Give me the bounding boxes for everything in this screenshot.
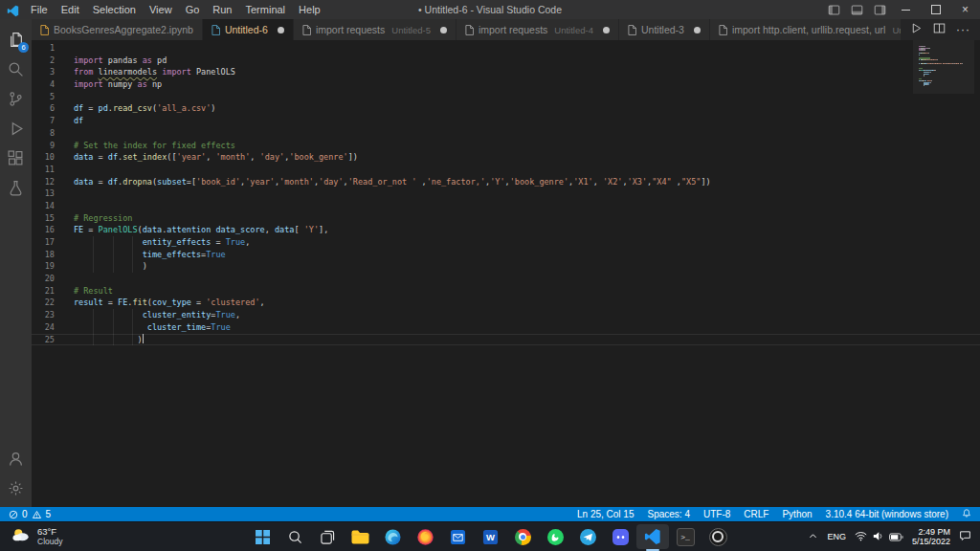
line-number: 4: [32, 78, 55, 91]
taskbar-app-telegram[interactable]: [571, 524, 604, 549]
code-line[interactable]: 4import numpy as np: [32, 78, 980, 91]
toggle-secondary-sidebar-icon[interactable]: [868, 0, 891, 19]
menu-run[interactable]: Run: [206, 0, 238, 19]
code-line[interactable]: 22result = FE.fit(cov_type = 'clustered'…: [32, 297, 980, 309]
code-line[interactable]: 20: [32, 273, 980, 285]
code-line[interactable]: 2import pandas as pd: [32, 55, 980, 67]
code-line[interactable]: 3from linearmodels import PanelOLS: [32, 66, 980, 78]
input-language-indicator[interactable]: ENG: [827, 532, 846, 541]
warnings-icon: [32, 510, 42, 519]
search-icon[interactable]: [0, 55, 32, 84]
modified-indicator[interactable]: [694, 27, 701, 33]
menu-view[interactable]: View: [143, 0, 179, 19]
menu-help[interactable]: Help: [292, 0, 327, 19]
menu-terminal[interactable]: Terminal: [239, 0, 293, 19]
minimap[interactable]: [919, 44, 967, 87]
run-python-file-icon[interactable]: [910, 21, 923, 38]
code-line[interactable]: 25 ): [32, 334, 980, 346]
code-line[interactable]: 12data = df.dropna(subset=['book_id','ye…: [32, 176, 980, 188]
taskbar-clock[interactable]: 2:49 PM 5/15/2022: [912, 527, 950, 546]
menu-edit[interactable]: Edit: [55, 0, 86, 19]
taskbar-app-chrome[interactable]: [506, 524, 539, 549]
code-line[interactable]: 11: [32, 164, 980, 176]
testing-icon[interactable]: [0, 173, 32, 203]
minimize-button[interactable]: [891, 0, 921, 19]
wifi-icon[interactable]: [855, 528, 867, 545]
status-language-mode[interactable]: Python: [782, 509, 812, 519]
notifications-bell-icon[interactable]: [962, 508, 971, 520]
task-view-icon[interactable]: [311, 524, 344, 549]
taskbar-app-firefox[interactable]: [409, 524, 441, 549]
tab-untitled-4[interactable]: import requestsUntitled-4: [457, 19, 619, 40]
taskbar-app-vscode[interactable]: [636, 524, 669, 549]
code-line[interactable]: 9# Set the index for fixed effects: [32, 140, 980, 152]
code-line[interactable]: 7df: [32, 115, 980, 127]
code-line[interactable]: 1: [32, 42, 980, 55]
split-editor-icon[interactable]: [933, 21, 946, 38]
run-debug-icon[interactable]: [0, 114, 32, 143]
status-encoding[interactable]: UTF-8: [703, 509, 730, 519]
account-icon[interactable]: [0, 444, 32, 474]
tab-untitled-6[interactable]: Untitled-6: [203, 19, 294, 40]
code-line[interactable]: 14: [32, 200, 980, 212]
maximize-button[interactable]: [921, 0, 950, 19]
modified-indicator[interactable]: [278, 27, 284, 33]
notification-center-icon[interactable]: [959, 528, 971, 545]
toggle-panel-icon[interactable]: [845, 0, 868, 19]
taskbar-app-edge[interactable]: [376, 524, 409, 549]
tab-description: Untitled-5: [391, 25, 431, 35]
tab-untitled-2[interactable]: import http.client, urllib.request, urlU…: [710, 19, 901, 40]
code-line[interactable]: 19 ): [32, 260, 980, 273]
code-line[interactable]: 10data = df.set_index(['year', 'month', …: [32, 151, 980, 164]
problems-indicator[interactable]: 0 5: [9, 509, 51, 519]
taskbar-app-mail[interactable]: [441, 524, 474, 549]
taskbar-app-word[interactable]: W: [474, 524, 506, 549]
taskbar-app-terminal[interactable]: >_: [669, 524, 702, 549]
menu-file[interactable]: File: [24, 0, 55, 19]
taskbar-app-file-explorer[interactable]: [344, 524, 376, 549]
code-line[interactable]: 13: [32, 187, 980, 200]
code-line[interactable]: 24 cluster_time=True: [32, 321, 980, 334]
modified-indicator[interactable]: [603, 27, 610, 33]
taskbar-app-discord[interactable]: [604, 524, 636, 549]
more-actions-icon[interactable]: ···: [956, 25, 970, 34]
code-line[interactable]: 15# Regression: [32, 212, 980, 225]
status-cursor-position[interactable]: Ln 25, Col 15: [577, 509, 635, 519]
code-line[interactable]: 18 time_effects=True: [32, 249, 980, 261]
code-line[interactable]: 5: [32, 91, 980, 103]
battery-icon[interactable]: [889, 528, 903, 545]
tab-booksgenresaggregate2-ipynb[interactable]: BooksGenresAggregate2.ipynb: [32, 19, 203, 40]
tab-untitled-5[interactable]: import requestsUntitled-5: [294, 19, 457, 40]
indent-guide: [132, 321, 133, 334]
status-python-interpreter[interactable]: 3.10.4 64-bit (windows store): [826, 509, 948, 519]
code-line[interactable]: 8: [32, 127, 980, 140]
taskbar-app-obs[interactable]: [702, 524, 734, 549]
status-eol[interactable]: CRLF: [744, 509, 768, 519]
code-line[interactable]: 21# Result: [32, 285, 980, 298]
toggle-sidebar-icon[interactable]: [822, 0, 845, 19]
close-button[interactable]: ×: [950, 0, 980, 19]
code-line[interactable]: 16FE = PanelOLS(data.attention data_scor…: [32, 224, 980, 236]
status-indentation[interactable]: Spaces: 4: [648, 509, 690, 519]
code-line[interactable]: 23 cluster_entity=True,: [32, 309, 980, 321]
taskbar-search-icon[interactable]: [278, 524, 311, 549]
modified-indicator[interactable]: [440, 27, 447, 33]
menu-go[interactable]: Go: [179, 0, 207, 19]
taskbar-app-whatsapp[interactable]: [539, 524, 571, 549]
explorer-icon[interactable]: 6: [0, 25, 32, 55]
start-button[interactable]: [246, 524, 278, 549]
code-line[interactable]: 6df = pd.read_csv('all_a.csv'): [32, 102, 980, 115]
line-number: 21: [32, 285, 55, 298]
tab-untitled-3[interactable]: Untitled-3: [619, 19, 710, 40]
weather-widget[interactable]: 63°F Cloudy: [0, 522, 73, 551]
settings-gear-icon[interactable]: [0, 474, 32, 503]
extensions-icon[interactable]: [0, 143, 32, 173]
code-line[interactable]: 17 entity_effects = True,: [32, 236, 980, 249]
indent-guide: [113, 260, 114, 273]
code-editor[interactable]: 12import pandas as pd3from linearmodels …: [32, 40, 980, 507]
menu-selection[interactable]: Selection: [86, 0, 143, 19]
volume-icon[interactable]: [872, 528, 884, 545]
hidden-icons-chevron[interactable]: [808, 528, 818, 545]
source-control-icon[interactable]: [0, 84, 32, 114]
tab-description: Untitled-2: [892, 25, 901, 35]
